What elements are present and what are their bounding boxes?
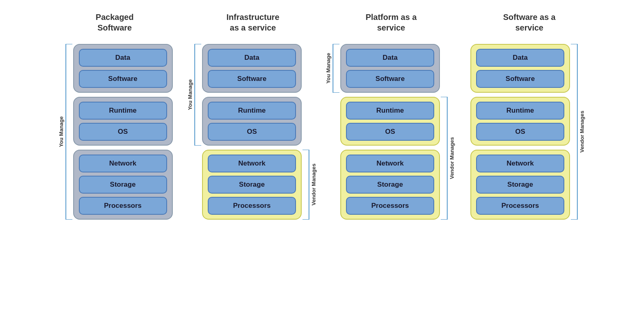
left-bracket-container: You Manage <box>182 44 202 220</box>
group-gray: RuntimeOS <box>73 97 173 146</box>
column-title-saas: Software as a service <box>503 8 556 37</box>
right-bracket-zone: Vendor Manages <box>570 44 592 220</box>
left-bracket-zone: You Manage <box>320 44 340 220</box>
item-box: Data <box>346 49 434 67</box>
item-box: OS <box>346 123 434 141</box>
item-box: Runtime <box>79 102 167 120</box>
group-stack-saas: DataSoftwareRuntimeOSNetworkStorageProce… <box>470 44 570 220</box>
item-box: Storage <box>208 176 296 194</box>
left-bracket-container: You Manage <box>320 44 340 220</box>
group-stack-paas: DataSoftwareRuntimeOSNetworkStorageProce… <box>340 44 440 220</box>
item-box: Data <box>79 49 167 67</box>
item-box: OS <box>79 123 167 141</box>
group-yellow: RuntimeOS <box>470 97 570 146</box>
bracket-label: Vendor Manages <box>579 111 585 153</box>
item-box: Runtime <box>476 102 564 120</box>
item-box: Data <box>476 49 564 67</box>
group-yellow: RuntimeOS <box>340 97 440 146</box>
group-stack-iaas: DataSoftwareRuntimeOSNetworkStorageProce… <box>202 44 302 220</box>
column-body-saas: DataSoftwareRuntimeOSNetworkStorageProce… <box>466 44 592 220</box>
item-box: Software <box>208 70 296 88</box>
column-iaas: Infrastructure as a serviceYou ManageDat… <box>184 8 322 220</box>
bracket-label: Vendor Manages <box>311 164 317 205</box>
left-bracket-container: You Manage <box>53 44 73 220</box>
item-box: Processors <box>208 197 296 215</box>
column-saas: Software as a serviceDataSoftwareRuntime… <box>460 8 598 220</box>
group-yellow: DataSoftware <box>470 44 570 93</box>
column-title-paas: Platform as a service <box>366 8 417 37</box>
column-body-packaged: You ManageDataSoftwareRuntimeOSNetworkSt… <box>53 44 177 220</box>
item-box: Processors <box>346 197 434 215</box>
left-bracket-zone: You Manage <box>53 44 73 220</box>
item-box: Network <box>79 155 167 172</box>
bracket-label: Vendor Manages <box>449 137 455 179</box>
item-box: OS <box>476 123 564 141</box>
diagram-container: Packaged SoftwareYou ManageDataSoftwareR… <box>0 0 644 327</box>
item-box: Processors <box>79 197 167 215</box>
group-gray: RuntimeOS <box>202 97 302 146</box>
item-box: Software <box>346 70 434 88</box>
item-box: Data <box>208 49 296 67</box>
group-gray: NetworkStorageProcessors <box>73 150 173 220</box>
column-body-iaas: You ManageDataSoftwareRuntimeOSNetworkSt… <box>182 44 324 220</box>
bracket-label: You Manage <box>58 116 64 147</box>
group-yellow: NetworkStorageProcessors <box>340 150 440 220</box>
item-box: Processors <box>476 197 564 215</box>
group-gray: DataSoftware <box>340 44 440 93</box>
bracket-label: You Manage <box>187 79 193 110</box>
item-box: Network <box>346 155 434 172</box>
item-box: Runtime <box>208 102 296 120</box>
left-bracket-zone: You Manage <box>182 44 202 220</box>
column-paas: Platform as a serviceYou ManageDataSoftw… <box>322 8 460 220</box>
bracket-label: You Manage <box>325 53 331 84</box>
right-bracket-container: Vendor Manages <box>440 44 462 220</box>
column-title-iaas: Infrastructure as a service <box>226 8 279 37</box>
item-box: Storage <box>476 176 564 194</box>
item-box: Runtime <box>346 102 434 120</box>
column-body-paas: You ManageDataSoftwareRuntimeOSNetworkSt… <box>320 44 462 220</box>
group-gray: DataSoftware <box>202 44 302 93</box>
group-yellow: NetworkStorageProcessors <box>202 150 302 220</box>
left-bracket-zone <box>466 44 470 220</box>
item-box: Software <box>476 70 564 88</box>
right-bracket-container: Vendor Manages <box>570 44 592 220</box>
right-bracket-zone <box>173 44 177 220</box>
item-box: Network <box>476 155 564 172</box>
item-box: Software <box>79 70 167 88</box>
item-box: Network <box>208 155 296 172</box>
item-box: OS <box>208 123 296 141</box>
column-packaged: Packaged SoftwareYou ManageDataSoftwareR… <box>46 8 184 220</box>
column-title-packaged: Packaged Software <box>96 8 133 37</box>
group-gray: DataSoftware <box>73 44 173 93</box>
item-box: Storage <box>79 176 167 194</box>
group-yellow: NetworkStorageProcessors <box>470 150 570 220</box>
group-stack-packaged: DataSoftwareRuntimeOSNetworkStorageProce… <box>73 44 173 220</box>
right-bracket-zone: Vendor Manages <box>440 44 462 220</box>
item-box: Storage <box>346 176 434 194</box>
